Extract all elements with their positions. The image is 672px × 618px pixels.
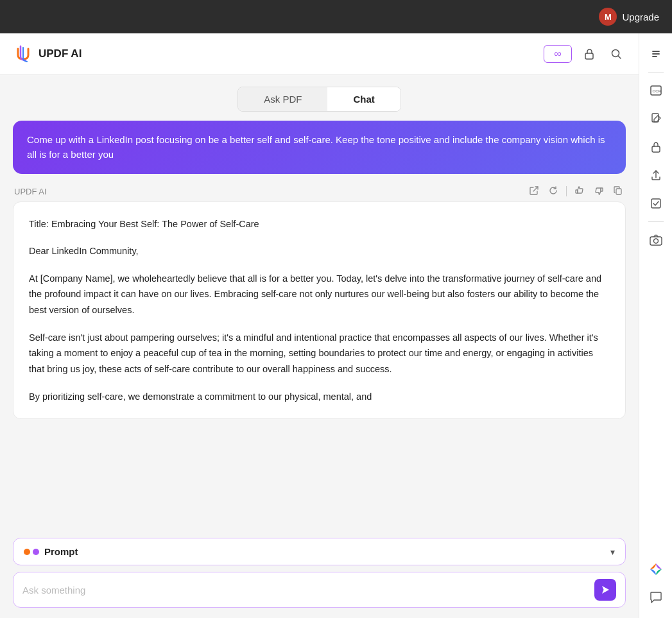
logo-text: UPDF AI [39,47,82,60]
right-sidebar: OCR [639,33,672,618]
upgrade-button[interactable]: M Upgrade [599,8,659,26]
external-link-button[interactable] [528,184,540,199]
chat-header: UPDF AI ∞ [0,33,639,75]
send-icon [600,585,610,595]
sidebar-ai-button[interactable] [643,556,669,582]
main-container: UPDF AI ∞ [0,33,672,618]
thumbs-up-icon [574,185,585,196]
thumbs-up-button[interactable] [573,184,586,199]
prompt-bar[interactable]: Prompt ▾ [13,538,626,565]
svg-line-3 [619,56,621,59]
dot-orange [24,549,30,555]
user-message-bubble: Come up with a LinkedIn post focusing on… [13,121,626,174]
svg-text:OCR: OCR [652,89,661,93]
prompt-header[interactable]: Prompt ▾ [13,538,625,565]
ai-greeting: Dear LinkedIn Community, [29,243,610,259]
header-right: ∞ [544,44,626,64]
sidebar-search-button[interactable] [643,41,669,67]
refresh-icon [548,185,558,196]
svg-rect-5 [576,190,578,193]
search-header-button[interactable] [607,44,626,64]
prompt-dots [24,549,39,555]
external-link-icon [529,185,539,196]
sidebar-camera-icon [649,234,663,246]
copy-icon [613,185,623,196]
send-button[interactable] [594,579,616,601]
sidebar-doc-edit-button[interactable] [643,106,669,132]
chevron-down-icon: ▾ [610,547,615,557]
svg-rect-7 [616,189,621,194]
ai-paragraph-3: By prioritizing self-care, we demonstrat… [29,389,610,405]
ai-response-container: UPDF AI [13,184,626,420]
sidebar-divider-2 [648,221,664,222]
ai-message-box: Title: Embracing Your Best Self: The Pow… [13,202,626,420]
sidebar-lock-icon [650,141,662,153]
sidebar-chat-button[interactable] [643,585,669,610]
ai-sender-label: UPDF AI [14,187,47,196]
svg-rect-1 [585,53,593,59]
ai-title: Title: Embracing Your Best Self: The Pow… [29,216,610,232]
thumbs-down-button[interactable] [592,184,605,199]
svg-rect-16 [650,237,662,245]
prompt-label: Prompt [44,546,78,557]
top-bar: M Upgrade [0,0,672,33]
tab-switcher: Ask PDF Chat [0,75,639,121]
sidebar-lock-button[interactable] [643,134,669,160]
copy-button[interactable] [612,184,625,199]
sidebar-share-icon [650,169,662,182]
sidebar-ocr-button[interactable]: OCR [643,78,669,103]
refresh-button[interactable] [547,184,560,199]
sidebar-ocr-icon: OCR [649,83,663,98]
logo-area: UPDF AI [13,44,82,64]
svg-rect-15 [651,199,660,208]
ask-input[interactable] [22,585,588,596]
sidebar-divider-1 [648,72,664,73]
ai-paragraph-2: Self-care isn't just about pampering our… [29,330,610,377]
svg-rect-14 [652,146,660,152]
svg-point-17 [653,239,658,243]
lock-button[interactable] [580,44,599,64]
sidebar-chat-icon [649,590,663,605]
svg-point-2 [612,50,619,57]
dot-purple [33,549,39,555]
sidebar-check-button[interactable] [643,191,669,216]
sidebar-search-icon [650,47,662,60]
sidebar-check-icon [650,197,662,210]
sidebar-camera-button[interactable] [643,227,669,253]
tab-group: Ask PDF Chat [237,87,401,112]
svg-rect-6 [601,188,603,191]
user-avatar: M [599,8,617,26]
chat-content: Come up with a LinkedIn post focusing on… [0,121,639,538]
infinity-button[interactable]: ∞ [544,45,572,63]
thumbs-down-icon [594,185,604,196]
ai-paragraph-1: At [Company Name], we wholeheartedly bel… [29,271,610,318]
ai-response-header: UPDF AI [13,184,626,199]
updf-logo-icon [13,44,33,64]
lock-icon [583,47,596,60]
svg-line-4 [533,187,538,191]
sidebar-doc-edit-icon [650,112,662,125]
tab-ask-pdf[interactable]: Ask PDF [238,87,327,111]
search-header-icon [610,47,623,60]
sidebar-share-button[interactable] [643,162,669,188]
prompt-left: Prompt [24,546,78,557]
ai-action-buttons [528,184,625,199]
sidebar-ai-icon [649,562,663,576]
tab-chat[interactable]: Chat [327,87,400,111]
input-area [13,572,626,608]
action-divider [566,186,567,196]
chat-panel: UPDF AI ∞ [0,33,639,618]
